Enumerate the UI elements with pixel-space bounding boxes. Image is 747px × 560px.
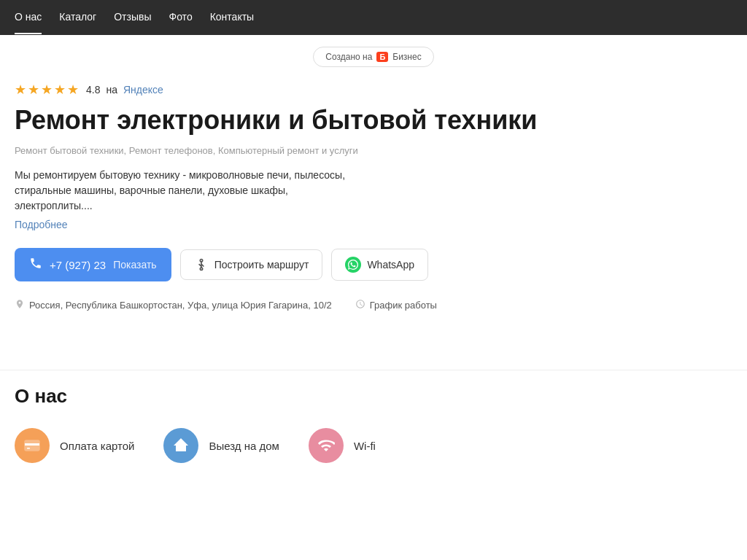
feature-payment: Оплата картой (15, 428, 134, 463)
subtitle: Ремонт бытовой техники, Ремонт телефонов… (15, 145, 540, 156)
svg-point-0 (200, 260, 202, 262)
nav-item-catalog[interactable]: Каталог (59, 1, 96, 34)
svg-point-1 (200, 268, 202, 271)
badge-brand: Бизнес (392, 52, 421, 62)
nav-item-photo[interactable]: Фото (169, 1, 193, 34)
more-link[interactable]: Подробнее (15, 219, 68, 230)
phone-button[interactable]: +7 (927) 23 Показать (15, 248, 171, 281)
divider (0, 370, 747, 370)
route-label: Построить маршрут (214, 259, 309, 271)
buttons-row: +7 (927) 23 Показать Построить маршрут (15, 248, 540, 281)
address-item: Россия, Республика Башкортостан, Уфа, ул… (15, 299, 332, 311)
route-icon (194, 257, 209, 272)
whatsapp-label: WhatsApp (367, 259, 414, 271)
address-row: Россия, Республика Башкортостан, Уфа, ул… (15, 299, 540, 311)
rating-source-link[interactable]: Яндексе (123, 84, 163, 96)
feature-home-visit: Выезд на дом (163, 428, 279, 463)
main-content: ★★★★★ 4.8 на Яндексе Ремонт электроники … (0, 76, 554, 355)
about-title: О нас (15, 385, 732, 408)
schedule-item: График работы (355, 299, 437, 311)
phone-icon (29, 257, 42, 273)
about-section: О нас Оплата картой Выезд на дом (0, 385, 747, 463)
home-visit-icon-circle (163, 428, 198, 463)
nav-item-about[interactable]: О нас (15, 1, 42, 34)
description: Мы ремонтируем бытовую технику - микрово… (15, 168, 350, 214)
page-title: Ремонт электроники и бытовой техники (15, 105, 540, 135)
rating-value: 4.8 (86, 84, 100, 96)
show-label: Показать (113, 259, 157, 271)
navigation: О нас Каталог Отзывы Фото Контакты (0, 0, 747, 35)
yandex-badge-container: Создано на Б Бизнес (0, 47, 747, 67)
badge-prefix: Создано на (325, 52, 372, 62)
svg-rect-3 (25, 443, 39, 446)
home-visit-label: Выезд на дом (209, 440, 279, 452)
nav-item-reviews[interactable]: Отзывы (114, 1, 151, 34)
wifi-label: Wi-fi (354, 440, 376, 452)
route-button[interactable]: Построить маршрут (180, 249, 323, 280)
yandex-badge: Создано на Б Бизнес (313, 47, 433, 67)
payment-icon-circle (15, 428, 50, 463)
clock-icon (355, 299, 365, 311)
svg-rect-4 (27, 448, 30, 449)
yandex-logo: Б (376, 52, 388, 62)
whatsapp-button[interactable]: WhatsApp (331, 249, 428, 281)
rating-row: ★★★★★ 4.8 на Яндексе (15, 82, 540, 98)
features-row: Оплата картой Выезд на дом Wi-fi (15, 428, 732, 463)
nav-item-contacts[interactable]: Контакты (210, 1, 254, 34)
payment-label: Оплата картой (60, 440, 134, 452)
wifi-icon-circle (309, 428, 344, 463)
rating-on-label: на (106, 84, 117, 96)
schedule-text: График работы (370, 300, 437, 311)
stars: ★★★★★ (15, 82, 80, 98)
whatsapp-icon (345, 257, 361, 273)
phone-number: +7 (927) 23 (50, 259, 106, 271)
location-icon (15, 299, 25, 311)
address-text: Россия, Республика Башкортостан, Уфа, ул… (29, 300, 332, 311)
feature-wifi: Wi-fi (309, 428, 376, 463)
